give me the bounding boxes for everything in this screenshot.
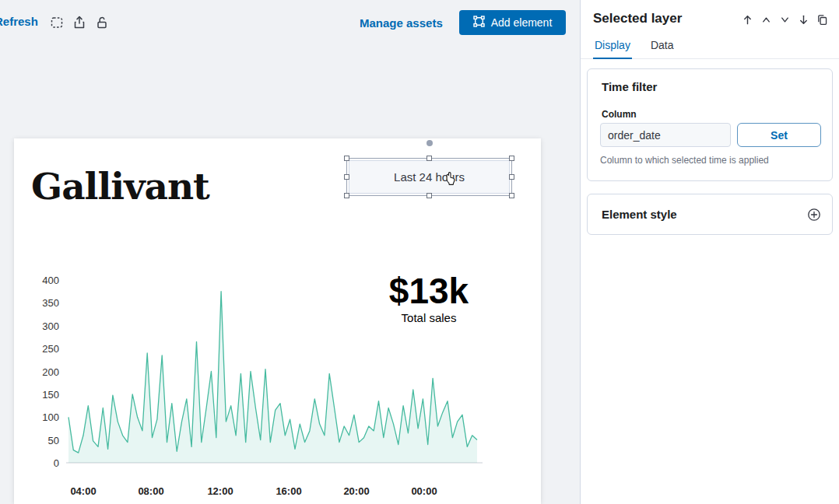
element-style-title: Element style <box>602 208 677 221</box>
selected-layer-panel: Selected layer Display Data Time filter <box>580 0 839 504</box>
svg-text:250: 250 <box>42 343 59 355</box>
gallivant-logo: Gallivant <box>31 165 209 208</box>
resize-handle[interactable] <box>509 156 514 161</box>
sales-area-chart[interactable]: 05010015020025030035040004:0008:0012:001… <box>30 267 512 500</box>
frame-icon[interactable] <box>50 16 64 30</box>
panel-tabs: Display Data <box>581 36 839 59</box>
unlock-icon[interactable] <box>95 16 109 30</box>
svg-text:400: 400 <box>42 275 59 286</box>
resize-handle[interactable] <box>427 156 432 161</box>
resize-handle[interactable] <box>509 193 514 198</box>
layer-order-controls <box>742 14 828 26</box>
time-filter-dropdown[interactable]: Last 24 hours <box>349 160 510 194</box>
resize-handle[interactable] <box>344 174 349 180</box>
svg-text:20:00: 20:00 <box>343 485 369 497</box>
svg-text:00:00: 00:00 <box>411 485 437 497</box>
svg-text:200: 200 <box>42 366 59 378</box>
clone-layer-icon[interactable] <box>816 14 828 26</box>
resize-handle[interactable] <box>427 193 432 198</box>
move-top-icon[interactable] <box>742 14 753 26</box>
column-input[interactable] <box>600 123 731 147</box>
time-filter-title: Time filter <box>602 80 657 93</box>
manage-assets-link[interactable]: Manage assets <box>360 16 443 30</box>
move-down-icon[interactable] <box>779 14 791 26</box>
tab-display[interactable]: Display <box>593 36 632 59</box>
move-bottom-icon[interactable] <box>798 14 809 26</box>
svg-text:16:00: 16:00 <box>276 485 301 497</box>
svg-text:350: 350 <box>42 297 59 309</box>
move-up-icon[interactable] <box>760 14 772 26</box>
element-style-card: Element style <box>587 194 833 235</box>
time-filter-settings-card: Time filter Column Set Column to which s… <box>587 68 833 181</box>
svg-text:0: 0 <box>54 457 59 469</box>
add-element-label: Add element <box>491 16 553 29</box>
refresh-link[interactable]: Refresh <box>0 15 38 28</box>
canvas-editor-app: Refresh Manage assets Add element Galliv… <box>0 0 839 504</box>
column-label: Column <box>602 109 637 120</box>
resize-handle[interactable] <box>344 156 349 161</box>
svg-text:150: 150 <box>42 389 59 401</box>
svg-text:50: 50 <box>48 435 59 446</box>
add-element-button[interactable]: Add element <box>459 10 566 35</box>
element-icon <box>473 16 485 30</box>
column-help-text: Column to which selected time is applied <box>600 155 769 166</box>
tab-data[interactable]: Data <box>649 36 676 58</box>
svg-text:300: 300 <box>42 320 59 332</box>
svg-text:12:00: 12:00 <box>207 485 233 497</box>
canvas-workpad-page[interactable]: Gallivant Last 24 hours $13k Total sales… <box>14 138 541 504</box>
svg-text:08:00: 08:00 <box>138 485 163 497</box>
export-icon[interactable] <box>72 16 86 30</box>
panel-title: Selected layer <box>593 11 682 26</box>
set-button[interactable]: Set <box>737 123 821 147</box>
svg-text:04:00: 04:00 <box>70 485 96 497</box>
resize-handle[interactable] <box>509 174 514 180</box>
svg-text:100: 100 <box>42 411 59 423</box>
plus-in-circle-icon[interactable] <box>807 208 821 222</box>
resize-handle[interactable] <box>344 193 349 198</box>
rotate-handle[interactable] <box>427 140 433 146</box>
toolbar-left-icons <box>50 16 109 30</box>
selected-element-bounds[interactable]: Last 24 hours <box>346 158 512 196</box>
